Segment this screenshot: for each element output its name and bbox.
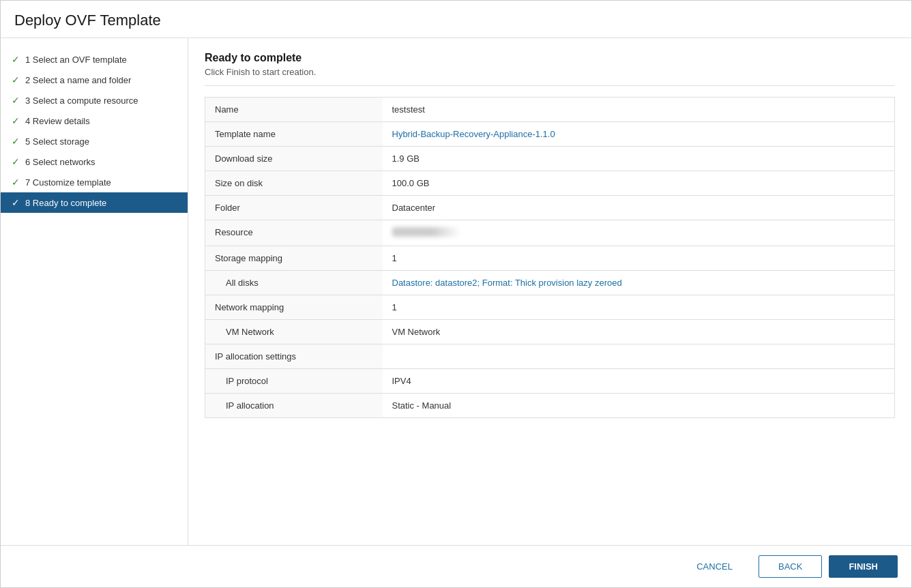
sidebar-item-label: 7 Customize template	[25, 177, 111, 188]
sidebar-item-step6[interactable]: ✓6 Select networks	[1, 151, 188, 172]
check-icon: ✓	[12, 136, 20, 147]
table-row: FolderDatacenter	[205, 196, 895, 220]
table-row: Download size1.9 GB	[205, 147, 895, 171]
row-label: IP allocation	[205, 394, 383, 418]
sidebar-item-label: 5 Select storage	[25, 136, 89, 147]
table-row: Nameteststest	[205, 98, 895, 122]
details-table: NameteststestTemplate nameHybrid-Backup-…	[205, 97, 895, 418]
dialog-body: ✓1 Select an OVF template✓2 Select a nam…	[1, 38, 911, 545]
row-value: VM Network	[383, 320, 895, 344]
check-icon: ✓	[12, 156, 20, 167]
sidebar: ✓1 Select an OVF template✓2 Select a nam…	[1, 38, 188, 545]
sidebar-item-label: 8 Ready to complete	[25, 198, 106, 208]
sidebar-item-step8[interactable]: ✓8 Ready to complete	[1, 192, 188, 213]
sidebar-item-label: 4 Review details	[25, 116, 90, 126]
check-icon: ✓	[12, 177, 20, 188]
row-value: 1	[383, 246, 895, 271]
sidebar-item-step2[interactable]: ✓2 Select a name and folder	[1, 70, 188, 90]
deploy-ovf-dialog: Deploy OVF Template ✓1 Select an OVF tem…	[0, 0, 912, 588]
section-subtitle: Click Finish to start creation.	[205, 67, 895, 86]
row-label: All disks	[205, 271, 383, 295]
sidebar-item-step1[interactable]: ✓1 Select an OVF template	[1, 49, 188, 70]
table-row: IP allocationStatic - Manual	[205, 394, 895, 418]
row-value: Static - Manual	[383, 394, 895, 418]
row-label: Size on disk	[205, 171, 383, 196]
sidebar-item-label: 2 Select a name and folder	[25, 75, 131, 85]
table-row: IP allocation settings	[205, 344, 895, 369]
row-label: IP allocation settings	[205, 344, 383, 369]
table-row: Resource	[205, 220, 895, 246]
main-content: Ready to complete Click Finish to start …	[188, 38, 911, 545]
sidebar-item-step7[interactable]: ✓7 Customize template	[1, 172, 188, 192]
sidebar-item-step4[interactable]: ✓4 Review details	[1, 111, 188, 131]
table-row: IP protocolIPV4	[205, 369, 895, 394]
check-icon: ✓	[12, 115, 20, 126]
row-label: IP protocol	[205, 369, 383, 394]
sidebar-item-step5[interactable]: ✓5 Select storage	[1, 131, 188, 151]
row-value: Datacenter	[383, 196, 895, 220]
table-row: Template nameHybrid-Backup-Recovery-Appl…	[205, 122, 895, 147]
check-icon: ✓	[12, 74, 20, 85]
row-label: VM Network	[205, 320, 383, 344]
dialog-header: Deploy OVF Template	[1, 1, 911, 38]
table-row: Network mapping1	[205, 295, 895, 320]
row-label: Template name	[205, 122, 383, 147]
row-label: Folder	[205, 196, 383, 220]
row-value: 100.0 GB	[383, 171, 895, 196]
sidebar-item-step3[interactable]: ✓3 Select a compute resource	[1, 90, 188, 111]
row-value: IPV4	[383, 369, 895, 394]
row-label: Download size	[205, 147, 383, 171]
cancel-button[interactable]: CANCEL	[677, 556, 752, 577]
row-value: 1.9 GB	[383, 147, 895, 171]
row-label: Network mapping	[205, 295, 383, 320]
row-label: Storage mapping	[205, 246, 383, 271]
sidebar-item-label: 6 Select networks	[25, 157, 95, 167]
check-icon: ✓	[12, 54, 20, 65]
dialog-footer: CANCEL BACK FINISH	[1, 545, 911, 587]
finish-button[interactable]: FINISH	[829, 555, 898, 578]
table-row: Size on disk100.0 GB	[205, 171, 895, 196]
row-value: Hybrid-Backup-Recovery-Appliance-1.1.0	[383, 122, 895, 147]
sidebar-item-label: 3 Select a compute resource	[25, 95, 138, 106]
table-row: All disksDatastore: datastore2; Format: …	[205, 271, 895, 295]
row-value: Datastore: datastore2; Format: Thick pro…	[383, 271, 895, 295]
check-icon: ✓	[12, 197, 20, 208]
sidebar-item-label: 1 Select an OVF template	[25, 55, 127, 65]
row-value: teststest	[383, 98, 895, 122]
row-label: Resource	[205, 220, 383, 246]
table-row: Storage mapping1	[205, 246, 895, 271]
check-icon: ✓	[12, 95, 20, 106]
table-row: VM NetworkVM Network	[205, 320, 895, 344]
section-title: Ready to complete	[205, 52, 895, 64]
back-button[interactable]: BACK	[759, 555, 822, 578]
row-label: Name	[205, 98, 383, 122]
row-value	[383, 344, 895, 369]
row-value	[383, 220, 895, 246]
dialog-title: Deploy OVF Template	[14, 12, 898, 29]
row-value: 1	[383, 295, 895, 320]
